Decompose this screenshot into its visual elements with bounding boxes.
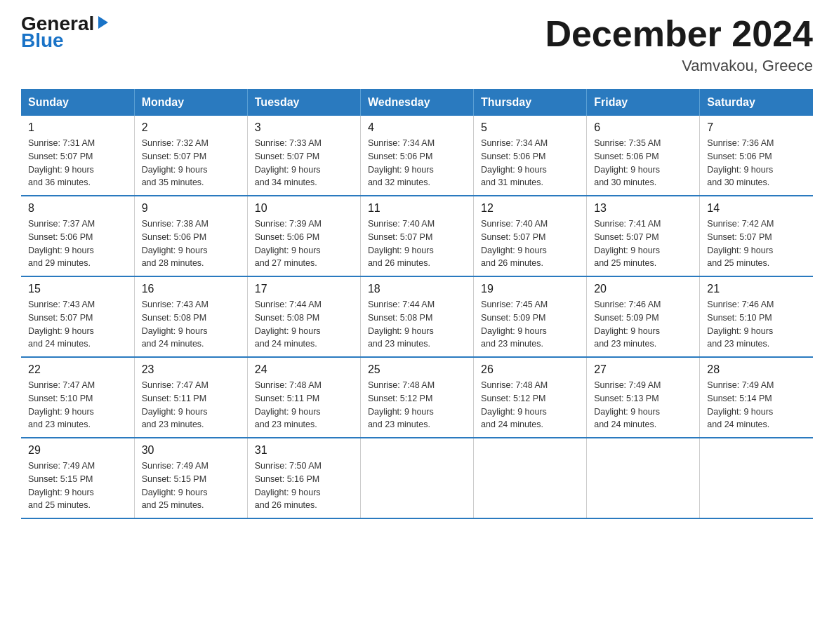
day-number: 7 — [707, 121, 806, 134]
calendar-week-1: 1 Sunrise: 7:31 AM Sunset: 5:07 PM Dayli… — [21, 116, 813, 196]
calendar-cell: 17 Sunrise: 7:44 AM Sunset: 5:08 PM Dayl… — [247, 276, 360, 357]
day-info: Sunrise: 7:47 AM Sunset: 5:10 PM Dayligh… — [28, 379, 127, 431]
day-number: 1 — [28, 121, 127, 134]
day-info: Sunrise: 7:48 AM Sunset: 5:12 PM Dayligh… — [481, 379, 579, 431]
day-number: 31 — [255, 444, 353, 457]
calendar-header-row: SundayMondayTuesdayWednesdayThursdayFrid… — [21, 89, 813, 116]
day-number: 8 — [28, 202, 127, 215]
day-number: 17 — [255, 283, 353, 295]
calendar-cell: 27 Sunrise: 7:49 AM Sunset: 5:13 PM Dayl… — [587, 357, 700, 438]
calendar-cell: 18 Sunrise: 7:44 AM Sunset: 5:08 PM Dayl… — [360, 276, 473, 357]
day-info: Sunrise: 7:47 AM Sunset: 5:11 PM Dayligh… — [142, 379, 240, 431]
header-friday: Friday — [587, 89, 700, 116]
day-number: 6 — [594, 121, 692, 134]
day-info: Sunrise: 7:46 AM Sunset: 5:09 PM Dayligh… — [594, 298, 692, 351]
calendar-cell — [360, 438, 473, 518]
day-info: Sunrise: 7:49 AM Sunset: 5:13 PM Dayligh… — [594, 379, 692, 431]
header-sunday: Sunday — [21, 89, 134, 116]
calendar-cell: 30 Sunrise: 7:49 AM Sunset: 5:15 PM Dayl… — [134, 438, 247, 518]
day-info: Sunrise: 7:42 AM Sunset: 5:07 PM Dayligh… — [707, 217, 806, 270]
logo: General Blue — [21, 14, 111, 51]
day-info: Sunrise: 7:33 AM Sunset: 5:07 PM Dayligh… — [255, 137, 353, 189]
header-wednesday: Wednesday — [360, 89, 473, 116]
calendar-week-5: 29 Sunrise: 7:49 AM Sunset: 5:15 PM Dayl… — [21, 438, 813, 518]
day-number: 16 — [142, 283, 240, 295]
calendar-cell: 5 Sunrise: 7:34 AM Sunset: 5:06 PM Dayli… — [474, 116, 587, 196]
calendar-cell: 24 Sunrise: 7:48 AM Sunset: 5:11 PM Dayl… — [247, 357, 360, 438]
day-info: Sunrise: 7:31 AM Sunset: 5:07 PM Dayligh… — [28, 137, 127, 189]
day-number: 25 — [368, 363, 466, 376]
day-info: Sunrise: 7:43 AM Sunset: 5:07 PM Dayligh… — [28, 298, 127, 351]
calendar-cell: 12 Sunrise: 7:40 AM Sunset: 5:07 PM Dayl… — [474, 196, 587, 276]
calendar-cell: 3 Sunrise: 7:33 AM Sunset: 5:07 PM Dayli… — [247, 116, 360, 196]
day-info: Sunrise: 7:37 AM Sunset: 5:06 PM Dayligh… — [28, 217, 127, 270]
day-number: 15 — [28, 283, 127, 295]
calendar-cell: 11 Sunrise: 7:40 AM Sunset: 5:07 PM Dayl… — [360, 196, 473, 276]
day-number: 11 — [368, 202, 466, 215]
day-number: 5 — [481, 121, 579, 134]
calendar-cell: 13 Sunrise: 7:41 AM Sunset: 5:07 PM Dayl… — [587, 196, 700, 276]
day-info: Sunrise: 7:48 AM Sunset: 5:11 PM Dayligh… — [255, 379, 353, 431]
calendar-cell — [474, 438, 587, 518]
day-number: 29 — [28, 444, 127, 457]
day-info: Sunrise: 7:50 AM Sunset: 5:16 PM Dayligh… — [255, 459, 353, 512]
calendar-cell: 9 Sunrise: 7:38 AM Sunset: 5:06 PM Dayli… — [134, 196, 247, 276]
calendar-cell: 23 Sunrise: 7:47 AM Sunset: 5:11 PM Dayl… — [134, 357, 247, 438]
calendar-cell: 7 Sunrise: 7:36 AM Sunset: 5:06 PM Dayli… — [700, 116, 813, 196]
calendar-cell: 16 Sunrise: 7:43 AM Sunset: 5:08 PM Dayl… — [134, 276, 247, 357]
page-header: General Blue December 2024 Vamvakou, Gre… — [21, 14, 813, 75]
day-number: 18 — [368, 283, 466, 295]
calendar-cell: 2 Sunrise: 7:32 AM Sunset: 5:07 PM Dayli… — [134, 116, 247, 196]
day-info: Sunrise: 7:45 AM Sunset: 5:09 PM Dayligh… — [481, 298, 579, 351]
day-info: Sunrise: 7:34 AM Sunset: 5:06 PM Dayligh… — [368, 137, 466, 189]
day-number: 26 — [481, 363, 579, 376]
day-info: Sunrise: 7:49 AM Sunset: 5:15 PM Dayligh… — [142, 459, 240, 512]
day-info: Sunrise: 7:49 AM Sunset: 5:15 PM Dayligh… — [28, 459, 127, 512]
day-info: Sunrise: 7:40 AM Sunset: 5:07 PM Dayligh… — [368, 217, 466, 270]
calendar-week-2: 8 Sunrise: 7:37 AM Sunset: 5:06 PM Dayli… — [21, 196, 813, 276]
calendar-cell: 8 Sunrise: 7:37 AM Sunset: 5:06 PM Dayli… — [21, 196, 134, 276]
day-info: Sunrise: 7:35 AM Sunset: 5:06 PM Dayligh… — [594, 137, 692, 189]
day-info: Sunrise: 7:36 AM Sunset: 5:06 PM Dayligh… — [707, 137, 806, 189]
logo-blue-text: Blue — [21, 31, 64, 51]
day-number: 27 — [594, 363, 692, 376]
calendar-cell: 6 Sunrise: 7:35 AM Sunset: 5:06 PM Dayli… — [587, 116, 700, 196]
day-info: Sunrise: 7:48 AM Sunset: 5:12 PM Dayligh… — [368, 379, 466, 431]
day-number: 30 — [142, 444, 240, 457]
month-title: December 2024 — [545, 14, 813, 54]
day-info: Sunrise: 7:44 AM Sunset: 5:08 PM Dayligh… — [368, 298, 466, 351]
day-number: 23 — [142, 363, 240, 376]
calendar-cell: 22 Sunrise: 7:47 AM Sunset: 5:10 PM Dayl… — [21, 357, 134, 438]
calendar-cell: 26 Sunrise: 7:48 AM Sunset: 5:12 PM Dayl… — [474, 357, 587, 438]
day-info: Sunrise: 7:38 AM Sunset: 5:06 PM Dayligh… — [142, 217, 240, 270]
calendar-cell: 1 Sunrise: 7:31 AM Sunset: 5:07 PM Dayli… — [21, 116, 134, 196]
day-info: Sunrise: 7:41 AM Sunset: 5:07 PM Dayligh… — [594, 217, 692, 270]
calendar-week-3: 15 Sunrise: 7:43 AM Sunset: 5:07 PM Dayl… — [21, 276, 813, 357]
day-info: Sunrise: 7:32 AM Sunset: 5:07 PM Dayligh… — [142, 137, 240, 189]
calendar-cell: 20 Sunrise: 7:46 AM Sunset: 5:09 PM Dayl… — [587, 276, 700, 357]
day-info: Sunrise: 7:34 AM Sunset: 5:06 PM Dayligh… — [481, 137, 579, 189]
day-number: 20 — [594, 283, 692, 295]
day-number: 22 — [28, 363, 127, 376]
day-number: 9 — [142, 202, 240, 215]
day-info: Sunrise: 7:39 AM Sunset: 5:06 PM Dayligh… — [255, 217, 353, 270]
day-number: 3 — [255, 121, 353, 134]
day-info: Sunrise: 7:43 AM Sunset: 5:08 PM Dayligh… — [142, 298, 240, 351]
day-number: 14 — [707, 202, 806, 215]
svg-marker-0 — [98, 16, 108, 29]
calendar-cell: 14 Sunrise: 7:42 AM Sunset: 5:07 PM Dayl… — [700, 196, 813, 276]
day-number: 28 — [707, 363, 806, 376]
header-saturday: Saturday — [700, 89, 813, 116]
calendar-cell: 25 Sunrise: 7:48 AM Sunset: 5:12 PM Dayl… — [360, 357, 473, 438]
day-number: 24 — [255, 363, 353, 376]
day-info: Sunrise: 7:40 AM Sunset: 5:07 PM Dayligh… — [481, 217, 579, 270]
day-number: 2 — [142, 121, 240, 134]
calendar-cell: 10 Sunrise: 7:39 AM Sunset: 5:06 PM Dayl… — [247, 196, 360, 276]
header-thursday: Thursday — [474, 89, 587, 116]
day-info: Sunrise: 7:46 AM Sunset: 5:10 PM Dayligh… — [707, 298, 806, 351]
day-info: Sunrise: 7:44 AM Sunset: 5:08 PM Dayligh… — [255, 298, 353, 351]
calendar-cell: 4 Sunrise: 7:34 AM Sunset: 5:06 PM Dayli… — [360, 116, 473, 196]
day-number: 4 — [368, 121, 466, 134]
calendar-cell — [700, 438, 813, 518]
calendar-cell: 31 Sunrise: 7:50 AM Sunset: 5:16 PM Dayl… — [247, 438, 360, 518]
